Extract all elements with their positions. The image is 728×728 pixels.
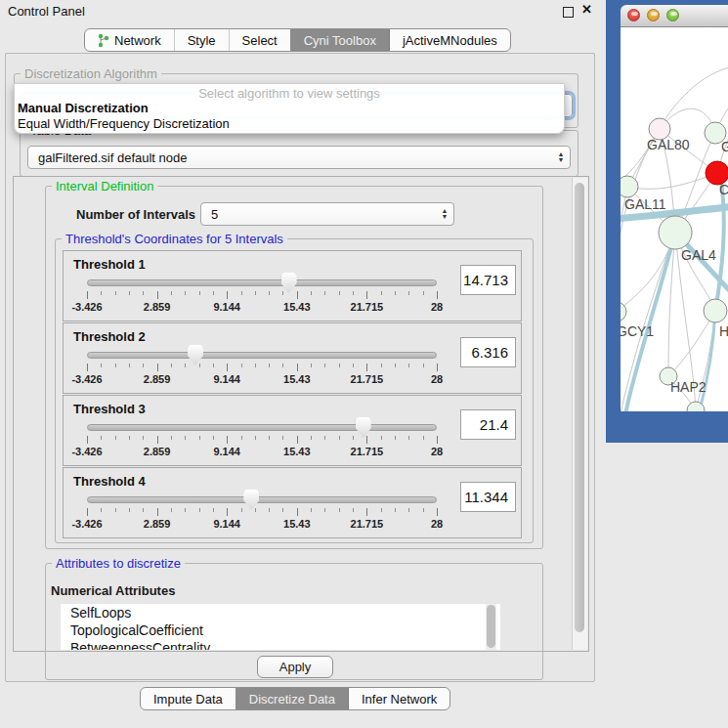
slider-track[interactable] (87, 352, 437, 359)
numerical-attributes-list: SelfLoopsTopologicalCoefficientBetweenne… (61, 604, 500, 650)
tick-mark (157, 364, 158, 371)
threshold-value-field[interactable]: 21.4 (460, 409, 516, 440)
node-label: GAL80 (647, 137, 690, 152)
network-node[interactable] (621, 176, 638, 197)
tick-mark (408, 508, 409, 512)
tick-label: 9.144 (213, 373, 240, 385)
apply-button[interactable]: Apply (257, 656, 333, 678)
threshold-value-field[interactable]: 14.713 (460, 265, 516, 295)
list-item-betweennesscentrality[interactable]: BetweennessCentrality (61, 639, 500, 650)
network-edge[interactable] (627, 173, 717, 189)
tick-label: -3.426 (71, 446, 102, 457)
tick-mark (143, 291, 144, 295)
slider-ticks: -3.4262.8599.14415.4321.71528 (87, 508, 437, 534)
stepper-arrows-icon[interactable]: ▲▼ (436, 208, 453, 220)
tick-mark (101, 291, 102, 295)
tick-mark (269, 436, 270, 440)
network-node[interactable] (659, 216, 692, 249)
tab-infer-network[interactable]: Infer Network (348, 688, 450, 709)
tick-mark (339, 291, 340, 295)
slider-thumb[interactable] (281, 273, 297, 293)
tick-mark (87, 291, 88, 299)
tick-label: 9.144 (213, 446, 240, 457)
tick-label: 9.144 (213, 301, 240, 313)
tab-select[interactable]: Select (229, 29, 290, 51)
tick-mark (297, 508, 298, 516)
tab-network[interactable]: Network (85, 29, 174, 51)
tick-mark (324, 508, 325, 512)
network-node[interactable] (704, 299, 727, 322)
tick-label: 21.715 (351, 301, 384, 313)
scrollbar-thumb[interactable] (487, 605, 495, 648)
tick-mark (115, 291, 116, 295)
network-edge[interactable] (715, 182, 724, 311)
tick-mark (437, 364, 438, 371)
tick-mark (129, 364, 130, 367)
tick-mark (437, 508, 438, 516)
tab-label: Cyni Toolbox (304, 33, 376, 48)
group-title: Threshold's Coordinates for 5 Intervals (62, 232, 287, 246)
tick-label: 21.715 (351, 518, 384, 530)
table-data-combobox[interactable]: galFiltered.sif default node ▲▼ (27, 146, 571, 169)
threshold-label: Threshold 1 (73, 257, 146, 272)
tab-style[interactable]: Style (174, 29, 229, 51)
tick-mark (199, 291, 200, 295)
close-icon[interactable]: ✕ (581, 2, 592, 17)
vertical-scrollbar[interactable] (572, 178, 587, 650)
attributes-scrollbar[interactable] (486, 604, 496, 650)
top-tab-bar: NetworkStyleSelectCyni ToolboxjActiveMNo… (84, 28, 511, 52)
tick-mark (227, 364, 228, 371)
tick-mark (423, 508, 424, 512)
number-of-intervals-combobox[interactable]: 5 ▲▼ (200, 202, 454, 226)
network-edge[interactable] (696, 311, 715, 410)
tab-cyni-toolbox[interactable]: Cyni Toolbox (290, 29, 389, 51)
network-icon (98, 33, 109, 48)
tick-mark (423, 364, 424, 367)
stepper-arrows-icon[interactable]: ▲▼ (552, 151, 570, 163)
tick-mark (185, 364, 186, 367)
slider-ticks: -3.4262.8599.14415.4321.71528 (87, 291, 437, 317)
tick-mark (199, 436, 200, 440)
tab-label: Discretize Data (249, 692, 335, 707)
node-label: GA (721, 139, 728, 154)
tick-mark (339, 436, 340, 440)
tick-mark (395, 436, 396, 440)
tick-mark (185, 508, 186, 512)
threshold-value-field[interactable]: 6.316 (460, 337, 516, 367)
tick-label: 28 (431, 518, 443, 530)
close-traffic-light-icon[interactable] (627, 9, 640, 21)
tick-mark (423, 291, 424, 295)
tick-label: -3.426 (71, 373, 102, 385)
tick-mark (269, 291, 270, 295)
zoom-traffic-light-icon[interactable] (666, 9, 679, 21)
network-svg: GAL80GACGAL11GAL4GCY1HHAP2 (621, 27, 728, 411)
tick-mark (129, 508, 130, 512)
tick-mark (353, 291, 354, 295)
float-window-icon[interactable] (563, 7, 574, 18)
tick-mark (87, 436, 88, 444)
tick-label: 28 (431, 301, 443, 313)
slider-thumb[interactable] (243, 490, 259, 510)
slider-track[interactable] (87, 496, 437, 503)
tab-discretize-data[interactable]: Discretize Data (236, 688, 348, 709)
tick-label: 2.859 (144, 446, 171, 457)
slider-thumb[interactable] (188, 345, 203, 365)
tick-mark (311, 436, 312, 440)
network-window-titlebar[interactable] (621, 5, 728, 27)
slider-track[interactable] (87, 279, 437, 286)
slider-thumb[interactable] (356, 417, 371, 438)
minimize-traffic-light-icon[interactable] (647, 9, 660, 21)
list-item-topologicalcoefficient[interactable]: TopologicalCoefficient (61, 621, 500, 639)
network-canvas[interactable]: GAL80GACGAL11GAL4GCY1HHAP2 (621, 27, 728, 411)
tab-impute-data[interactable]: Impute Data (141, 688, 236, 709)
slider-track[interactable] (87, 424, 437, 431)
threshold-panel-4: Threshold 4-3.4262.8599.14415.4321.71528… (63, 467, 522, 538)
number-of-intervals-label: Number of Intervals (76, 207, 195, 222)
tab-jactivemnodules[interactable]: jActiveMNodules (389, 29, 510, 51)
popup-item-equal-width-frequency-discretization[interactable]: Equal Width/Frequency Discretization (18, 116, 230, 131)
threshold-value-field[interactable]: 11.344 (460, 482, 516, 512)
tab-label: Infer Network (362, 692, 437, 707)
list-item-selfloops[interactable]: SelfLoops (61, 604, 500, 621)
popup-item-manual-discretization[interactable]: Manual Discretization (18, 101, 149, 115)
scrollbar-thumb[interactable] (575, 183, 584, 632)
